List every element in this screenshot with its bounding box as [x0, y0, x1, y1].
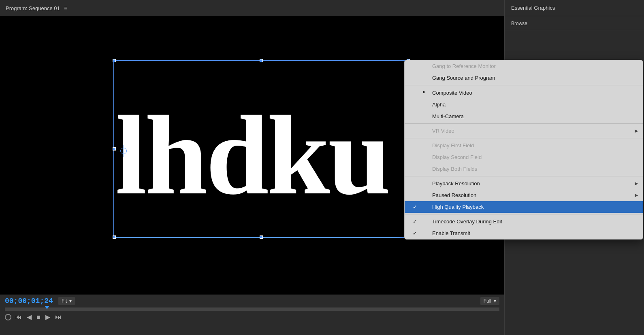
- step-back-icon[interactable]: ⏮: [15, 313, 23, 322]
- label-display-second-field: Display Second Field: [432, 154, 635, 160]
- arrow-vr-video: ▶: [635, 128, 638, 134]
- menu-item-alpha[interactable]: Alpha: [405, 99, 643, 110]
- label-paused-resolution: Paused Resolution: [432, 192, 635, 198]
- menu-separator: [405, 123, 643, 124]
- label-playback-resolution: Playback Resolution: [432, 180, 635, 187]
- menu-item-paused-resolution[interactable]: Paused Resolution▶: [405, 189, 643, 201]
- menu-item-display-both-fields: Display Both Fields: [405, 163, 643, 175]
- menu-item-enable-transmit[interactable]: ✓Enable Transmit: [405, 227, 643, 239]
- play-icon[interactable]: ▶: [45, 312, 51, 322]
- menu-item-gang-to-reference-monitor: Gang to Reference Monitor: [405, 60, 643, 72]
- full-dropdown[interactable]: Full ▾: [480, 297, 499, 305]
- menu-separator: [405, 214, 643, 214]
- menu-item-vr-video: VR Video▶: [405, 125, 643, 137]
- menu-separator: [405, 138, 643, 138]
- handle-bottom-left[interactable]: [113, 235, 116, 239]
- handle-top-center[interactable]: [260, 59, 263, 62]
- label-high-quality-playback: High Quality Playback: [432, 204, 635, 210]
- label-composite-video: Composite Video: [432, 90, 635, 96]
- label-multi-camera: Multi-Camera: [432, 113, 635, 119]
- menu-item-high-quality-playback[interactable]: ✓High Quality Playback: [405, 201, 643, 213]
- menu-item-timecode-overlay[interactable]: ✓Timecode Overlay During Edit: [405, 216, 643, 227]
- label-display-both-fields: Display Both Fields: [432, 166, 635, 172]
- check-mark-timecode-overlay: ✓: [413, 218, 419, 225]
- full-chevron-icon: ▾: [494, 298, 496, 304]
- handle-top-left[interactable]: [113, 59, 116, 62]
- full-label: Full: [484, 298, 491, 304]
- step-forward-icon[interactable]: ⏭: [54, 313, 62, 322]
- handle-bottom-center[interactable]: [260, 235, 263, 239]
- label-gang-to-reference-monitor: Gang to Reference Monitor: [432, 63, 635, 69]
- menu-separator: [405, 85, 643, 85]
- label-alpha: Alpha: [432, 102, 635, 108]
- menu-item-multi-camera[interactable]: Multi-Camera: [405, 110, 643, 122]
- menu-item-playback-resolution[interactable]: Playback Resolution▶: [405, 178, 643, 189]
- label-display-first-field: Display First Field: [432, 142, 635, 148]
- monitor-controls: 00;00;01;24 Fit ▾ Full ▾ ⏮ ◀ ■ ▶ ⏭: [0, 295, 504, 335]
- check-mark-high-quality-playback: ✓: [413, 204, 419, 210]
- tab-browse[interactable]: Browse: [511, 21, 527, 26]
- monitor-title: Program: Sequence 01: [6, 5, 60, 11]
- label-enable-transmit: Enable Transmit: [432, 230, 635, 236]
- label-vr-video: VR Video: [432, 128, 635, 134]
- menu-item-display-second-field: Display Second Field: [405, 151, 643, 163]
- fit-chevron-icon: ▾: [69, 298, 72, 304]
- arrow-playback-resolution: ▶: [635, 181, 638, 186]
- timeline-marker: [45, 306, 49, 309]
- video-text: lhdku: [115, 99, 389, 212]
- controls-row: ⏮ ◀ ■ ▶ ⏭: [5, 312, 499, 322]
- bullet-composite-video: •: [422, 89, 429, 96]
- controls-top-row: 00;00;01;24 Fit ▾ Full ▾: [5, 297, 499, 305]
- menu-item-composite-video[interactable]: •Composite Video: [405, 87, 643, 99]
- menu-item-gang-source-and-program[interactable]: Gang Source and Program: [405, 72, 643, 84]
- right-panel-header: Essential Graphics: [505, 0, 644, 16]
- stop-icon[interactable]: ■: [36, 313, 41, 322]
- record-button[interactable]: [5, 314, 11, 320]
- check-mark-enable-transmit: ✓: [413, 230, 419, 236]
- label-gang-source-and-program: Gang Source and Program: [432, 75, 635, 81]
- right-panel-title: Essential Graphics: [511, 5, 555, 11]
- menu-separator: [405, 176, 643, 176]
- timeline-bar[interactable]: [5, 307, 499, 311]
- fit-label: Fit: [62, 298, 67, 304]
- monitor-header: Program: Sequence 01 ≡: [0, 0, 504, 16]
- fit-dropdown[interactable]: Fit ▾: [58, 297, 75, 305]
- menu-item-display-first-field: Display First Field: [405, 140, 643, 151]
- right-panel-tabs: Browse: [505, 16, 644, 30]
- arrow-paused-resolution: ▶: [635, 193, 638, 198]
- timecode-display: 00;00;01;24: [5, 297, 53, 305]
- monitor-menu-icon[interactable]: ≡: [64, 5, 67, 11]
- context-menu: Gang to Reference MonitorGang Source and…: [404, 60, 643, 240]
- label-timecode-overlay: Timecode Overlay During Edit: [432, 218, 635, 225]
- play-back-icon[interactable]: ◀: [26, 312, 32, 322]
